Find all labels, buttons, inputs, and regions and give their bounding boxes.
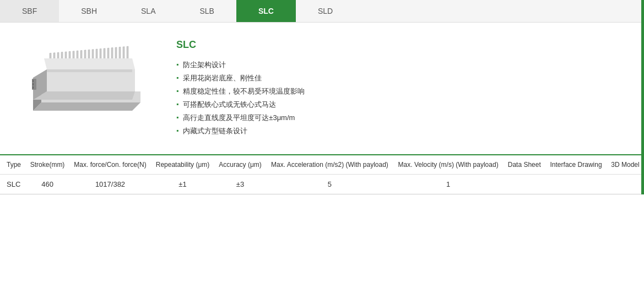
product-info: SLC 防尘架构设计 采用花岗岩底座、刚性佳 精度稳定性佳，较不易受环境温度影响…: [176, 39, 622, 138]
product-section: SLC 防尘架构设计 采用花岗岩底座、刚性佳 精度稳定性佳，较不易受环境温度影响…: [0, 23, 644, 154]
cell-type: SLC: [0, 175, 25, 194]
svg-rect-31: [33, 83, 34, 85]
cell-3dmodel[interactable]: [607, 175, 644, 194]
right-accent-bar: [641, 0, 644, 194]
col-header-force: Max. force/Con. force(N): [69, 155, 151, 175]
feature-5: 高行走直线度及平坦度可达±3μm/m: [176, 111, 622, 124]
tab-slb[interactable]: SLB: [178, 0, 236, 22]
svg-rect-32: [33, 86, 34, 89]
feature-2: 采用花岗岩底座、刚性佳: [176, 72, 622, 85]
cell-accel: 5: [266, 175, 393, 194]
col-header-datasheet: Data Sheet: [503, 155, 545, 175]
cell-velocity: 1: [393, 175, 504, 194]
cell-force: 1017/382: [69, 175, 151, 194]
table-row: SLC 460 1017/382 ±1 ±3 5 1: [0, 175, 644, 194]
feature-6: 内藏式方型链条设计: [176, 124, 622, 138]
cell-stroke: 460: [25, 175, 69, 194]
data-table-section: Type Stroke(mm) Max. force/Con. force(N)…: [0, 155, 644, 194]
tab-sla[interactable]: SLA: [119, 0, 177, 22]
col-header-accuracy: Accuracy (μm): [214, 155, 266, 175]
col-header-interface: Interface Drawing: [545, 155, 607, 175]
col-header-velocity: Max. Velocity (m/s) (With payload): [393, 155, 504, 175]
svg-marker-0: [33, 102, 140, 111]
product-title: SLC: [176, 39, 622, 51]
tab-sbf[interactable]: SBF: [0, 0, 59, 22]
tab-slc[interactable]: SLC: [236, 0, 296, 22]
table-header-row: Type Stroke(mm) Max. force/Con. force(N)…: [0, 155, 644, 175]
svg-marker-3: [47, 69, 135, 91]
cell-interface-drawing[interactable]: [545, 175, 607, 194]
feature-1: 防尘架构设计: [176, 58, 622, 72]
col-header-type: Type: [0, 155, 25, 175]
tab-navigation: SBF SBH SLA SLB SLC SLD: [0, 0, 644, 23]
col-header-3dmodel: 3D Model: [607, 155, 644, 175]
svg-rect-30: [33, 80, 34, 82]
feature-list: 防尘架构设计 采用花岗岩底座、刚性佳 精度稳定性佳，较不易受环境温度影响 可搭配…: [176, 58, 622, 138]
cell-datasheet[interactable]: [503, 175, 545, 194]
svg-marker-28: [47, 69, 132, 72]
cell-accuracy: ±3: [214, 175, 266, 194]
col-header-stroke: Stroke(mm): [25, 155, 69, 175]
specs-table: Type Stroke(mm) Max. force/Con. force(N)…: [0, 155, 644, 194]
product-image: [22, 39, 154, 129]
col-header-accel: Max. Acceleration (m/s2) (With payload): [266, 155, 393, 175]
feature-4: 可搭配铁心式或无铁心式马达: [176, 98, 622, 111]
svg-marker-27: [44, 58, 135, 69]
tab-sld[interactable]: SLD: [296, 0, 355, 22]
tab-sbh[interactable]: SBH: [59, 0, 119, 22]
feature-3: 精度稳定性佳，较不易受环境温度影响: [176, 85, 622, 98]
cell-repeatability: ±1: [151, 175, 214, 194]
svg-marker-5: [33, 91, 135, 100]
page-wrapper: SBF SBH SLA SLB SLC SLD: [0, 0, 644, 194]
col-header-repeatability: Repeatability (μm): [151, 155, 214, 175]
